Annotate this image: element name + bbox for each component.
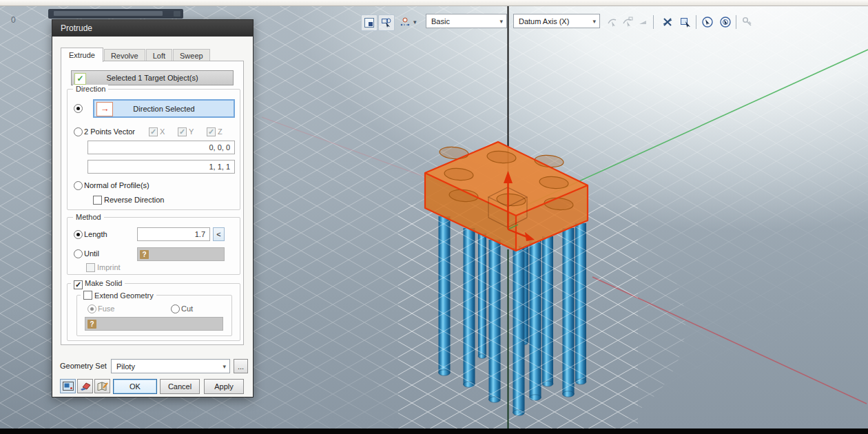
method-group: Method Length < Until ? Imprint [67,217,240,275]
chevron-down-icon: ▾ [592,18,596,25]
extend-geometry-checkbox[interactable] [83,291,92,300]
tab-extrude[interactable]: Extrude [61,48,103,62]
dialog-title: Protrude [61,23,92,33]
select-curve-chain-icon[interactable] [620,14,635,30]
fit-view-icon[interactable] [361,14,378,31]
make-solid-checkbox[interactable] [74,280,83,289]
snapshot-button[interactable] [60,379,76,393]
direction-legend: Direction [73,85,108,93]
geometry-set-label: Geometry Set [60,362,107,370]
length-radio[interactable] [74,230,83,239]
book-pencil-icon [97,382,108,391]
datum-axis-combo[interactable]: Datum Axis (X) ▾ [513,14,600,28]
datum-point-caret-icon[interactable]: ▾ [413,19,417,25]
erase-button[interactable] [77,379,93,393]
eraser-icon [80,382,91,391]
direction-group: Direction → Direction Selected 2 Points … [67,89,240,210]
reverse-direction-label: Reverse Direction [104,196,164,204]
toolbar-divider [696,15,696,29]
length-input[interactable] [137,227,210,241]
basic-combo-value: Basic [431,17,450,25]
axis-z-checkbox[interactable] [207,127,216,136]
protrude-dialog: Protrude Extrude Revolve Loft Sweep ✓ Se… [52,19,254,397]
apply-button[interactable]: Apply [204,379,244,394]
display-icon [63,382,74,391]
direction-selected-label: Direction Selected [133,105,194,113]
two-points-vector-radio[interactable] [74,127,83,136]
cross-slash-icon[interactable] [660,14,675,30]
cancel-button[interactable]: Cancel [160,379,200,394]
select-curve-icon[interactable] [605,14,620,30]
guide-button[interactable] [94,379,110,393]
axis-z-label: Z [218,127,223,136]
direction-selected-button[interactable]: → Direction Selected [93,99,235,118]
toolbar-divider [653,15,654,29]
small-arrow-icon[interactable] [635,14,650,30]
imprint-label: Imprint [97,263,121,271]
imprint-checkbox[interactable] [86,263,95,272]
ok-button[interactable]: OK [113,379,157,394]
direction-arrow-icon: → [96,102,113,116]
dialog-titlebar[interactable]: Protrude [52,20,253,37]
make-solid-group: Make Solid Extend Geometry Fuse Cut ? [67,283,240,341]
until-label: Until [84,249,99,258]
two-points-vector-label: 2 Points Vector [84,127,135,136]
axis-x-label: X [160,127,165,136]
target-object-label: Selected 1 Target Object(s) [106,74,198,82]
chevron-down-icon: ▾ [499,18,503,25]
chevron-down-icon: ▾ [223,363,226,370]
fuse-label: Fuse [98,304,114,313]
select-box-cursor-icon[interactable] [678,14,693,30]
axis-y-label: Y [189,127,194,136]
geometry-set-value: Piloty [116,362,135,371]
target-object-button[interactable]: ✓ Selected 1 Target Object(s) [71,70,234,85]
length-label: Length [84,230,107,238]
help-badge-icon: ? [87,320,96,329]
cut-label: Cut [181,304,193,313]
vector-to-input[interactable] [87,160,235,174]
reverse-direction-checkbox[interactable] [93,196,102,205]
fuse-radio[interactable] [87,304,96,313]
key-icon[interactable] [740,14,755,30]
direction-selected-radio[interactable] [74,104,83,113]
basic-combo[interactable]: Basic ▾ [426,14,507,28]
axis-x-checkbox[interactable] [149,127,158,136]
until-target-button[interactable]: ? [137,247,225,261]
tab-bar: Extrude Revolve Loft Sweep [61,48,211,62]
geometry-set-more-button[interactable]: ... [234,359,248,373]
select-shape-icon[interactable] [378,14,395,31]
geometry-set-select[interactable]: Piloty ▾ [111,359,230,373]
datum-point-icon[interactable] [397,14,413,30]
extend-target-button[interactable]: ? [85,317,223,331]
normal-of-profiles-label: Normal of Profile(s) [84,181,149,189]
vector-from-input[interactable] [87,141,235,154]
bottom-black-bar [0,428,868,434]
normal-of-profiles-radio[interactable] [74,181,83,190]
help-badge-icon: ? [140,250,149,259]
extend-geometry-label: Extend Geometry [94,291,154,300]
until-radio[interactable] [74,249,83,258]
cut-radio[interactable] [171,304,180,313]
make-solid-legend: Make Solid [71,279,125,289]
extend-geometry-legend: Extend Geometry [81,291,156,300]
extrude-tab-panel: ✓ Selected 1 Target Object(s) Direction … [61,61,244,345]
circle-cursor-alt-icon[interactable] [718,14,733,30]
circle-cursor-icon[interactable] [700,14,715,30]
toolbar-divider [736,15,736,29]
datum-axis-combo-value: Datum Axis (X) [519,17,569,25]
make-solid-label: Make Solid [85,279,122,287]
method-legend: Method [73,213,104,221]
axis-y-checkbox[interactable] [178,127,187,136]
check-icon: ✓ [74,73,86,85]
length-expand-button[interactable]: < [213,227,225,241]
extend-geometry-group: Extend Geometry Fuse Cut ? [76,295,232,336]
